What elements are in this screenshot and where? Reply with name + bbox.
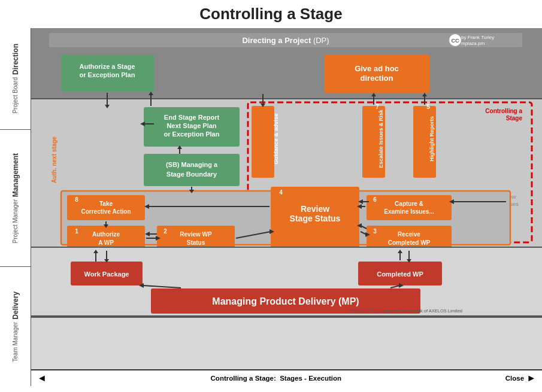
- svg-text:Guidance & advise: Guidance & advise: [272, 113, 279, 164]
- svg-text:A WP: A WP: [98, 239, 114, 246]
- svg-text:mplaza.pm: mplaza.pm: [461, 41, 485, 46]
- delivery-text: Delivery: [11, 291, 20, 320]
- svg-text:5: 5: [426, 104, 430, 110]
- svg-rect-45: [367, 195, 452, 220]
- bottom-bar-label: Controlling a Stage: Stages - Execution: [211, 375, 342, 382]
- svg-text:4: 4: [279, 189, 283, 196]
- svg-text:7: 7: [376, 104, 379, 110]
- svg-text:Directing a Project (DP): Directing a Project (DP): [242, 36, 329, 45]
- svg-text:Highlight Reports: Highlight Reports: [429, 116, 435, 162]
- svg-text:3: 3: [373, 228, 377, 235]
- svg-text:Status: Status: [187, 239, 205, 246]
- side-label-direction: Direction Project Board: [0, 28, 31, 130]
- bottom-bar-subtitle: Stages - Execution: [280, 375, 341, 382]
- bottom-arrow-right: ►: [526, 373, 536, 384]
- management-text: Management: [11, 153, 20, 197]
- svg-text:direction: direction: [361, 74, 393, 83]
- direction-text: Direction: [11, 44, 20, 75]
- svg-rect-20: [144, 154, 240, 186]
- svg-text:Corrective Action: Corrective Action: [81, 208, 131, 215]
- side-label-management: Management Project Manager: [0, 130, 31, 267]
- bottom-arrow-left: ◄: [37, 373, 47, 384]
- svg-text:Auth. next stage: Auth. next stage: [51, 136, 57, 183]
- svg-rect-69: [31, 315, 542, 318]
- project-manager-text: Project Manager: [12, 199, 19, 243]
- svg-rect-41: [67, 195, 145, 220]
- bottom-close[interactable]: Close ►: [505, 373, 536, 384]
- svg-text:Review: Review: [301, 204, 329, 214]
- svg-text:Next Stage Plan: Next Stage Plan: [166, 122, 216, 129]
- svg-text:Stage Boundary: Stage Boundary: [166, 171, 217, 178]
- svg-text:Give ad hoc: Give ad hoc: [355, 64, 399, 73]
- svg-text:Stage: Stage: [506, 115, 523, 121]
- svg-text:Authorize: Authorize: [92, 231, 120, 238]
- svg-text:Receive: Receive: [398, 231, 420, 238]
- svg-text:Managing Product Delivery (MP): Managing Product Delivery (MP): [212, 296, 359, 306]
- page-title: Controlling a Stage: [0, 0, 542, 26]
- diagram-svg: Directing a Project (DP) by Frank Turley…: [31, 28, 542, 386]
- svg-text:(SB) Managing  a: (SB) Managing a: [166, 161, 218, 168]
- svg-text:Work Package: Work Package: [84, 271, 129, 278]
- svg-text:6: 6: [373, 196, 377, 203]
- svg-text:Examine Issues...: Examine Issues...: [384, 208, 434, 215]
- diagram-container: Directing a Project (DP) by Frank Turley…: [31, 28, 542, 386]
- svg-text:Stage Status: Stage Status: [290, 214, 341, 223]
- svg-text:Review WP: Review WP: [180, 231, 212, 238]
- svg-text:PRINCE2® is a registered trade: PRINCE2® is a registered trademark of AX…: [349, 308, 462, 314]
- side-labels-column: Direction Project Board Management Proje…: [0, 28, 31, 386]
- svg-text:or Exception Plan: or Exception Plan: [80, 71, 135, 78]
- page-wrapper: Controlling a Stage Direction Project Bo…: [0, 0, 542, 392]
- side-label-delivery: Delivery Team Manager: [0, 267, 31, 386]
- svg-text:or Exception Plan: or Exception Plan: [164, 130, 220, 138]
- bottom-bar: ◄ Controlling a Stage: Stages - Executio…: [31, 369, 542, 386]
- svg-text:Authorize a Stage: Authorize a Stage: [80, 63, 135, 70]
- svg-text:8: 8: [75, 196, 78, 203]
- svg-text:by Frank Turley: by Frank Turley: [461, 35, 494, 40]
- svg-text:CC: CC: [452, 38, 459, 44]
- svg-text:Controlling a: Controlling a: [485, 108, 522, 114]
- svg-text:1: 1: [75, 228, 78, 235]
- svg-text:Capture &: Capture &: [395, 200, 423, 207]
- team-manager-text: Team Manager: [12, 322, 19, 362]
- diagram-wrapper: Direction Project Board Management Proje…: [0, 26, 542, 391]
- svg-rect-26: [252, 106, 274, 178]
- svg-text:Escalate Issues & Risk: Escalate Issues & Risk: [378, 109, 384, 168]
- svg-text:Completed WP: Completed WP: [388, 239, 431, 246]
- project-board-text: Project Board: [12, 77, 19, 114]
- svg-text:Take: Take: [99, 200, 113, 207]
- svg-text:End Stage Report: End Stage Report: [164, 114, 220, 121]
- bottom-bar-title: Controlling a Stage:: [211, 375, 276, 382]
- svg-text:2: 2: [163, 228, 167, 235]
- svg-text:Completed WP: Completed WP: [377, 271, 423, 278]
